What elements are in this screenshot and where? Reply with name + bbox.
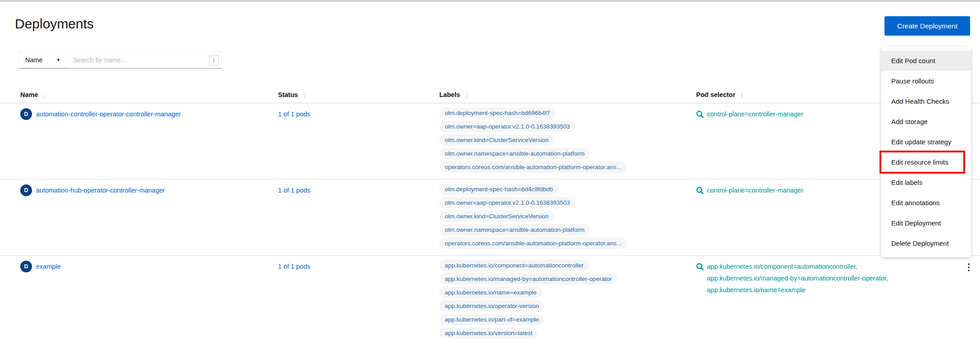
deployment-name-link[interactable]: example — [36, 261, 61, 272]
menu-item-edit-resource-limits[interactable]: Edit resource limits — [881, 152, 971, 172]
deployment-badge: D — [20, 184, 32, 196]
label-chip[interactable]: olm.owner.kind=ClusterServiceVersion — [439, 134, 554, 146]
menu-item-add-health-checks[interactable]: Add Health Checks — [881, 91, 971, 111]
label-chip[interactable]: olm.deployment-spec-hash=6d4c9fdbdb — [439, 184, 559, 195]
label-chip[interactable]: app.kubernetes.io/component=automationco… — [439, 260, 589, 271]
pods-status-link[interactable]: 1 of 1 pods — [278, 263, 310, 270]
pod-selector-link[interactable]: app.kubernetes.io/name=example — [707, 284, 888, 296]
column-header-labels[interactable]: Labels ↕ — [439, 91, 696, 99]
table-body: Dautomation-controller-operator-controll… — [0, 103, 980, 345]
table-row: Dautomation-hub-operator-controller-mana… — [0, 179, 980, 256]
create-deployment-button[interactable]: Create Deployment — [884, 16, 970, 36]
pods-status-link[interactable]: 1 of 1 pods — [278, 110, 310, 118]
label-chip[interactable]: olm.owner.kind=ClusterServiceVersion — [439, 211, 554, 222]
menu-item-delete-deployment[interactable]: Delete Deployment — [881, 233, 971, 253]
status-cell: 1 of 1 pods — [278, 103, 439, 179]
name-filter-select[interactable]: Name ▼ — [19, 51, 67, 69]
pod-selector-lines: app.kubernetes.io/component=automationco… — [707, 261, 888, 296]
pod-selector-cell: app.kubernetes.io/component=automationco… — [696, 256, 937, 345]
label-chip[interactable]: olm.owner=aap-operator.v2.1.0-0.16383935… — [439, 197, 575, 208]
label-chip[interactable]: app.kubernetes.io/part-of=example — [439, 314, 544, 325]
deployment-name-link[interactable]: automation-hub-operator-controller-manag… — [36, 184, 165, 196]
pod-selector-lines: control-plane=controller-manager — [707, 184, 803, 196]
label-chip[interactable]: olm.deployment-spec-hash=bd696b4f7 — [439, 107, 556, 119]
column-header-status[interactable]: Status ↕ — [278, 91, 439, 99]
menu-item-edit-annotations[interactable]: Edit annotations — [881, 193, 971, 213]
label-chip[interactable]: olm.owner.namespace=ansible-automation-p… — [439, 148, 590, 159]
name-cell: Dexample — [20, 256, 278, 345]
menu-item-add-storage[interactable]: Add storage — [881, 111, 971, 132]
sort-icon: ↕ — [43, 91, 47, 99]
labels-cell: olm.deployment-spec-hash=6d4c9fdbdbolm.o… — [439, 179, 696, 255]
labels-cell: olm.deployment-spec-hash=bd696b4f7olm.ow… — [439, 103, 696, 179]
pod-selector-link[interactable]: control-plane=controller-manager — [707, 184, 803, 196]
search-icon — [696, 110, 704, 120]
label-chip[interactable]: olm.owner.namespace=ansible-automation-p… — [439, 224, 590, 235]
labels-cell: app.kubernetes.io/component=automationco… — [439, 256, 696, 345]
deployment-badge: D — [20, 108, 32, 120]
filter-select-label: Name — [25, 56, 43, 64]
status-cell: 1 of 1 pods — [278, 179, 439, 255]
actions-menu: Edit Pod count Pause rollouts Add Health… — [881, 47, 971, 257]
table-header: Name ↕ Status ↕ Labels ↕ Pod selector ↕ — [0, 87, 980, 103]
label-chip[interactable]: app.kubernetes.io/version=latest — [439, 327, 538, 339]
pod-selector-link[interactable]: app.kubernetes.io/component=automationco… — [707, 261, 888, 272]
pod-selector-lines: control-plane=controller-manager — [707, 108, 803, 120]
table-row: Dexample1 of 1 podsapp.kubernetes.io/com… — [0, 256, 980, 345]
table-row: Dautomation-controller-operator-controll… — [0, 103, 980, 179]
sort-icon: ↕ — [465, 91, 469, 99]
chevron-down-icon: ▼ — [56, 58, 60, 62]
search-input[interactable] — [67, 56, 197, 64]
search-icon — [696, 263, 704, 272]
status-cell: 1 of 1 pods — [278, 256, 439, 345]
name-cell: Dautomation-controller-operator-controll… — [20, 103, 278, 179]
menu-item-edit-update-strategy[interactable]: Edit update strategy — [881, 132, 971, 152]
menu-item-edit-deployment[interactable]: Edit Deployment — [881, 213, 971, 233]
search-field: / — [67, 51, 222, 69]
top-border — [0, 0, 980, 2]
pod-selector-link[interactable]: app.kubernetes.io/managed-by=automationc… — [707, 272, 888, 284]
name-cell: Dautomation-hub-operator-controller-mana… — [20, 179, 278, 255]
label-chip[interactable]: operators.coreos.com/ansible-automation-… — [439, 161, 627, 173]
label-chip[interactable]: app.kubernetes.io/name=example — [439, 287, 542, 298]
sort-icon: ↕ — [303, 91, 306, 99]
deployment-name-link[interactable]: automation-controller-operator-controlle… — [36, 108, 181, 120]
sort-icon: ↕ — [740, 91, 744, 99]
column-header-name[interactable]: Name ↕ — [20, 91, 278, 99]
menu-item-pause-rollouts[interactable]: Pause rollouts — [881, 71, 971, 91]
kebab-cell: ⋮ — [937, 256, 980, 345]
deployment-badge: D — [20, 261, 32, 272]
pods-status-link[interactable]: 1 of 1 pods — [278, 187, 310, 194]
pod-selector-link[interactable]: control-plane=controller-manager — [707, 108, 803, 120]
label-chip[interactable]: olm.owner=aap-operator.v2.1.0-0.16383935… — [439, 121, 575, 132]
menu-item-edit-pod-count[interactable]: Edit Pod count — [881, 51, 971, 71]
slash-shortcut-badge: / — [209, 55, 219, 66]
label-chip[interactable]: app.kubernetes.io/managed-by=automationc… — [439, 273, 617, 285]
page-title: Deployments — [15, 16, 94, 32]
label-chip[interactable]: operators.coreos.com/ansible-automation-… — [439, 238, 627, 249]
label-chip[interactable]: app.kubernetes.io/operator-version — [439, 300, 544, 312]
kebab-menu-button[interactable]: ⋮ — [964, 263, 973, 271]
menu-item-edit-labels[interactable]: Edit labels — [881, 172, 971, 193]
filter-toolbar: Name ▼ / — [19, 51, 222, 69]
search-icon — [696, 187, 704, 196]
deployments-page: Deployments Create Deployment Name ▼ / N… — [0, 0, 980, 345]
